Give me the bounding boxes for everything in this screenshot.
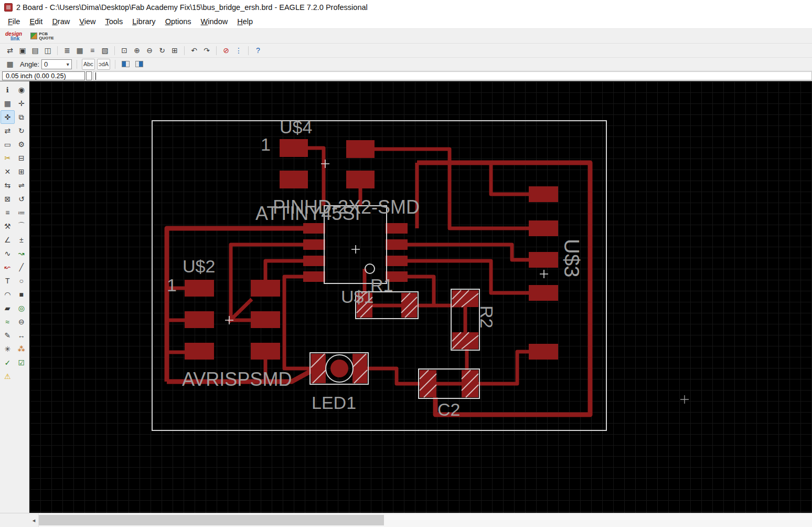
load-ulp-button[interactable]: ≣ [61,45,73,56]
text-mirror-button[interactable]: Abc [97,59,110,70]
add-tool[interactable]: ⊞ [15,165,29,178]
menu-file[interactable]: File [3,16,25,27]
rotate-tool[interactable]: ↻ [15,124,29,138]
smash-tool[interactable]: ⚒ [1,219,15,233]
smd-pad[interactable] [529,252,558,268]
smd-pad[interactable] [346,171,375,188]
label-u4[interactable]: U$4 [280,117,312,137]
via-ring[interactable] [365,264,375,273]
go-button[interactable]: ⋮ [233,45,244,56]
run-script-button[interactable]: ≡ [87,45,98,56]
grid-button[interactable]: ▦ [4,59,16,70]
move-tool[interactable]: ✜ [1,110,15,124]
menu-draw[interactable]: Draw [47,16,74,27]
redo-button[interactable]: ↷ [201,45,212,56]
errors-tool[interactable]: ☑ [15,356,29,370]
h-scrollbar[interactable] [38,513,812,527]
smd-pad[interactable] [251,311,280,328]
layer-display-button[interactable] [120,59,132,70]
label-u3[interactable]: U$3 [560,239,583,277]
menu-view[interactable]: View [74,16,100,27]
scroll-left-button[interactable]: ◂ [29,513,38,527]
menu-options[interactable]: Options [161,16,196,27]
circle-tool[interactable]: ○ [15,274,29,288]
ripup-tool[interactable]: ↜ [1,260,15,274]
mark-tool[interactable]: ✛ [15,97,29,110]
menu-tools[interactable]: Tools [100,16,127,27]
hole-tool[interactable]: ⊖ [15,315,29,329]
spin-tool[interactable]: ↺ [15,192,29,206]
menu-library[interactable]: Library [127,16,160,27]
label-c2[interactable]: C2 [437,399,460,419]
smd-pad[interactable] [303,256,325,266]
menu-window[interactable]: Window [196,16,233,27]
layer-pair-button[interactable] [134,59,145,70]
show-tool[interactable]: ◉ [15,83,29,97]
smd-pad[interactable] [303,223,325,234]
smd-pad[interactable] [386,223,408,234]
smd-pad[interactable] [185,311,214,328]
zoom-redraw-button[interactable]: ↻ [156,45,168,56]
replace-tool[interactable]: ⇌ [15,178,29,192]
undo-button[interactable]: ↶ [188,45,200,56]
ratsnest-tool[interactable]: ✳ [1,342,15,356]
lock-tool[interactable]: ⊠ [1,192,15,206]
cut-tool[interactable]: ✂ [1,151,15,165]
smd-pad[interactable] [303,239,325,250]
smd-pad[interactable] [386,239,408,250]
warning-tool[interactable]: ⚠ [1,370,15,383]
angle-select[interactable]: 0 ▾ [41,59,72,69]
miter-tool[interactable]: ⌒ [15,219,29,233]
cam-processor-button[interactable]: ◫ [42,45,54,56]
dimension-tool[interactable]: ↔ [15,329,29,342]
display-tool[interactable]: ▦ [1,97,15,110]
label-u1[interactable]: U$1 [341,287,373,307]
attribute-tool[interactable]: ✎ [1,329,15,342]
name-tool[interactable]: ≡ [1,206,15,219]
copper-pads[interactable] [185,139,558,360]
label-led1[interactable]: LED1 [312,393,356,413]
zoom-out-button[interactable]: ⊖ [144,45,155,56]
optimize-tool[interactable]: ± [15,233,29,247]
save-button[interactable]: ▣ [17,45,28,56]
via-tool[interactable]: ◎ [15,301,29,315]
rect-tool[interactable]: ■ [15,288,29,301]
mirror-tool[interactable]: ⇄ [1,124,15,138]
pinswap-tool[interactable]: ⇆ [1,178,15,192]
command-input[interactable] [93,71,812,80]
smd-pad[interactable] [185,343,214,360]
copy-tool[interactable]: ⧉ [15,110,29,124]
smd-pad[interactable] [251,343,280,360]
info-tool[interactable]: ℹ [1,83,15,97]
drc-tool[interactable]: ✓ [1,356,15,370]
open-board-schematic-button[interactable]: ⇄ [4,45,16,56]
meander-tool[interactable]: ∿ [1,247,15,260]
design-link-button[interactable]: design link [3,30,24,42]
menu-help[interactable]: Help [232,16,258,27]
command-input-field[interactable] [93,72,811,80]
zoom-select-button[interactable]: ⊞ [169,45,180,56]
smd-pad[interactable] [185,280,214,297]
label-u2-pin1[interactable]: 1 [167,275,177,295]
export-image-button[interactable]: ▧ [99,45,111,56]
split-tool[interactable]: ∠ [1,233,15,247]
h-scrollbar-thumb[interactable] [39,515,384,525]
smd-pad[interactable] [386,256,408,266]
label-r2[interactable]: R2 [477,305,497,328]
smd-pad[interactable] [529,186,558,202]
layer-settings-button[interactable]: ▦ [74,45,86,56]
value-tool[interactable]: ≔ [15,206,29,219]
change-tool[interactable]: ⚙ [15,138,29,151]
label-u2[interactable]: U$2 [183,256,215,276]
label-r1[interactable]: R1 [370,275,393,295]
label-u4-pin1[interactable]: 1 [261,134,271,154]
arc-tool[interactable]: ◠ [1,288,15,301]
print-button[interactable]: ▤ [29,45,41,56]
smd-pad[interactable] [529,220,558,236]
smd-pad[interactable] [529,285,558,301]
polygon-tool[interactable]: ▰ [1,301,15,315]
paste-tool[interactable]: ⊟ [15,151,29,165]
autoroute-tool[interactable]: ⁂ [15,342,29,356]
zoom-in-button[interactable]: ⊕ [131,45,143,56]
smd-pad[interactable] [280,139,308,157]
